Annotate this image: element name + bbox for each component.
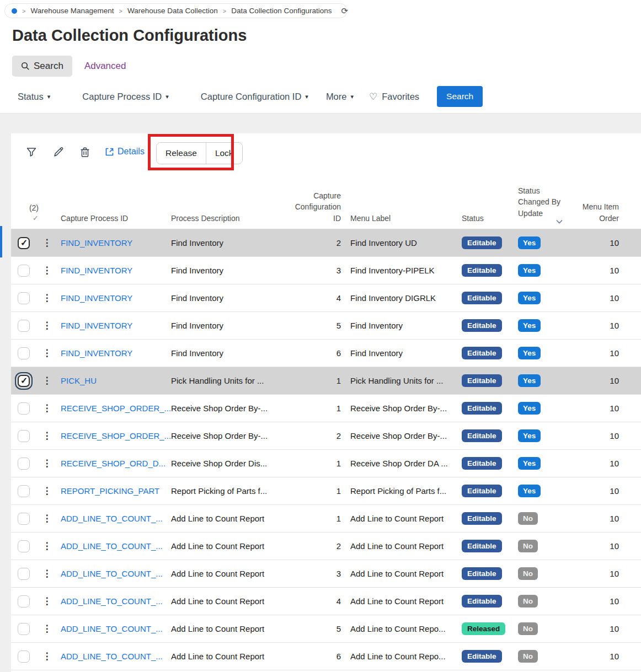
filter-dropdown-more[interactable]: More ▾ xyxy=(326,92,354,102)
column-header-menu-item-order[interactable]: Menu Item Order xyxy=(563,171,641,229)
row-menu-icon[interactable]: ⋮ xyxy=(42,624,52,633)
table-row[interactable]: ⋮ ADD_LINE_TO_COUNT_... Add Line to Coun… xyxy=(11,615,641,643)
capture-process-id-link[interactable]: RECEIVE_SHOP_ORDER_... xyxy=(61,431,171,440)
row-checkbox[interactable] xyxy=(18,237,30,249)
capture-process-id-link[interactable]: ADD_LINE_TO_COUNT_... xyxy=(61,624,163,633)
capture-process-id-link[interactable]: ADD_LINE_TO_COUNT_... xyxy=(61,652,163,661)
capture-process-id-link[interactable]: FIND_INVENTORY xyxy=(61,348,132,358)
capture-process-id-link[interactable]: RECEIVE_SHOP_ORDER_... xyxy=(61,404,171,413)
table-row[interactable]: ⋮ FIND_INVENTORY Find Inventory 2 Find I… xyxy=(11,229,641,257)
row-checkbox[interactable] xyxy=(18,458,30,470)
row-menu-icon[interactable]: ⋮ xyxy=(42,596,52,606)
process-description-cell: Receive Shop Order Dis... xyxy=(171,459,267,468)
table-row[interactable]: ⋮ ADD_LINE_TO_COUNT_... Add Line to Coun… xyxy=(11,643,641,670)
refresh-icon[interactable]: ⟳ xyxy=(341,6,349,16)
tab-advanced[interactable]: Advanced xyxy=(84,61,126,72)
capture-process-id-link[interactable]: RECEIVE_SHOP_ORD_D... xyxy=(61,459,165,468)
row-checkbox[interactable] xyxy=(18,513,30,525)
filter-dropdown-capture-configuration-id[interactable]: Capture Configuration ID ▾ xyxy=(201,92,308,102)
table-row[interactable]: ⋮ ADD_LINE_TO_COUNT_... Add Line to Coun… xyxy=(11,505,641,533)
table-row[interactable]: ⋮ ADD_LINE_TO_COUNT_... Add Line to Coun… xyxy=(11,588,641,615)
delete-icon[interactable] xyxy=(79,147,90,158)
table-row[interactable]: ⋮ RECEIVE_SHOP_ORD_D... Receive Shop Ord… xyxy=(11,450,641,477)
table-row[interactable]: ⋮ ADD_LINE_TO_COUNT_... Add Line to Coun… xyxy=(11,533,641,560)
capture-process-id-link[interactable]: FIND_INVENTORY xyxy=(61,266,132,275)
filter-icon[interactable] xyxy=(26,147,37,158)
search-button[interactable]: Search xyxy=(437,86,483,107)
status-changed-badge: Yes xyxy=(518,319,541,332)
capture-process-id-link[interactable]: ADD_LINE_TO_COUNT_... xyxy=(61,514,163,523)
row-menu-icon[interactable]: ⋮ xyxy=(42,652,52,661)
table-row[interactable]: ⋮ FIND_INVENTORY Find Inventory 5 Find I… xyxy=(11,312,641,340)
row-checkbox[interactable] xyxy=(18,347,30,359)
row-menu-icon[interactable]: ⋮ xyxy=(42,293,52,303)
capture-process-id-link[interactable]: FIND_INVENTORY xyxy=(61,321,132,330)
column-header-process-description[interactable]: Process Description xyxy=(171,171,287,229)
row-checkbox[interactable] xyxy=(18,651,30,663)
menu-label-cell: Add Line to Count Report xyxy=(350,541,444,551)
table-row[interactable]: ⋮ FIND_INVENTORY Find Inventory 3 Find I… xyxy=(11,257,641,284)
capture-process-id-link[interactable]: FIND_INVENTORY xyxy=(61,293,132,303)
release-button[interactable]: Release xyxy=(157,143,206,164)
row-checkbox[interactable] xyxy=(18,568,30,580)
table-row[interactable]: ⋮ RECEIVE_SHOP_ORDER_... Receive Shop Or… xyxy=(11,422,641,450)
capture-process-id-link[interactable]: ADD_LINE_TO_COUNT_... xyxy=(61,569,163,578)
breadcrumb-item-warehouse-data-collection[interactable]: Warehouse Data Collection xyxy=(127,7,218,15)
column-header-capture-configuration-id[interactable]: Capture Configuration ID xyxy=(287,171,341,229)
row-menu-icon[interactable]: ⋮ xyxy=(42,459,52,468)
table-row[interactable]: ⋮ FIND_INVENTORY Find Inventory 6 Find I… xyxy=(11,340,641,367)
table-row[interactable]: ⋮ FIND_INVENTORY Find Inventory 4 Find I… xyxy=(11,284,641,312)
menu-item-order-cell: 10 xyxy=(610,404,619,413)
column-header-status[interactable]: Status xyxy=(461,171,516,229)
capture-process-id-link[interactable]: ADD_LINE_TO_COUNT_... xyxy=(61,541,163,551)
table-row[interactable]: ⋮ ADD_LINE_TO_COUNT_... Add Line to Coun… xyxy=(11,560,641,588)
menu-label-cell: Find Inventory UD xyxy=(350,238,417,248)
table-row[interactable]: ⋮ REPORT_PICKING_PART Report Picking of … xyxy=(11,477,641,505)
table-row[interactable]: ⋮ RECEIVE_SHOP_ORDER_... Receive Shop Or… xyxy=(11,395,641,422)
row-checkbox[interactable] xyxy=(18,485,30,497)
row-menu-icon[interactable]: ⋮ xyxy=(42,321,52,330)
row-checkbox[interactable] xyxy=(18,320,30,332)
column-header-menu-label[interactable]: Menu Label xyxy=(341,171,461,229)
table-row[interactable]: ⋮ PICK_HU Pick Handling Units for ... 1 … xyxy=(11,367,641,395)
capture-process-id-link[interactable]: ADD_LINE_TO_COUNT_... xyxy=(61,596,163,606)
capture-process-id-link[interactable]: PICK_HU xyxy=(61,376,97,385)
column-header-status-changed-by-update[interactable]: Status Changed By Update xyxy=(516,171,563,229)
open-details-icon xyxy=(105,147,114,157)
edit-icon[interactable] xyxy=(53,147,64,158)
tab-search[interactable]: Search xyxy=(12,56,72,77)
row-menu-icon[interactable]: ⋮ xyxy=(42,266,52,275)
status-badge: Released xyxy=(462,622,505,636)
column-header-capture-process-id[interactable]: Capture Process ID xyxy=(55,171,171,229)
row-checkbox[interactable] xyxy=(18,265,30,277)
filter-dropdown-status[interactable]: Status ▾ xyxy=(18,92,50,102)
row-checkbox[interactable] xyxy=(18,623,30,635)
row-checkbox[interactable] xyxy=(18,430,30,442)
favorites-button[interactable]: ♡ Favorites xyxy=(369,91,419,103)
row-menu-icon[interactable]: ⋮ xyxy=(42,486,52,496)
app-dot-icon[interactable] xyxy=(12,8,17,14)
row-checkbox[interactable] xyxy=(18,375,30,387)
row-menu-icon[interactable]: ⋮ xyxy=(42,541,52,551)
details-button[interactable]: Details xyxy=(105,147,145,157)
row-menu-icon[interactable]: ⋮ xyxy=(42,238,52,248)
row-checkbox[interactable] xyxy=(18,595,30,608)
capture-process-id-link[interactable]: FIND_INVENTORY xyxy=(61,238,132,248)
lock-button[interactable]: Lock xyxy=(206,143,242,164)
menu-item-order-cell: 10 xyxy=(610,266,619,275)
row-menu-icon[interactable]: ⋮ xyxy=(42,431,52,440)
row-menu-icon[interactable]: ⋮ xyxy=(42,514,52,523)
row-checkbox[interactable] xyxy=(18,402,30,415)
process-description-cell: Add Line to Count Report xyxy=(171,569,264,578)
side-panel-indicator[interactable] xyxy=(0,226,2,257)
select-all-check-icon[interactable]: ✓ xyxy=(33,213,39,224)
row-menu-icon[interactable]: ⋮ xyxy=(42,348,52,358)
row-menu-icon[interactable]: ⋮ xyxy=(42,569,52,578)
filter-dropdown-capture-process-id[interactable]: Capture Process ID ▾ xyxy=(82,92,169,102)
row-menu-icon[interactable]: ⋮ xyxy=(42,404,52,413)
row-menu-icon[interactable]: ⋮ xyxy=(42,376,52,385)
capture-process-id-link[interactable]: REPORT_PICKING_PART xyxy=(61,486,159,496)
row-checkbox[interactable] xyxy=(18,540,30,552)
breadcrumb-item-warehouse-management[interactable]: Warehouse Management xyxy=(30,7,114,15)
row-checkbox[interactable] xyxy=(18,292,30,304)
